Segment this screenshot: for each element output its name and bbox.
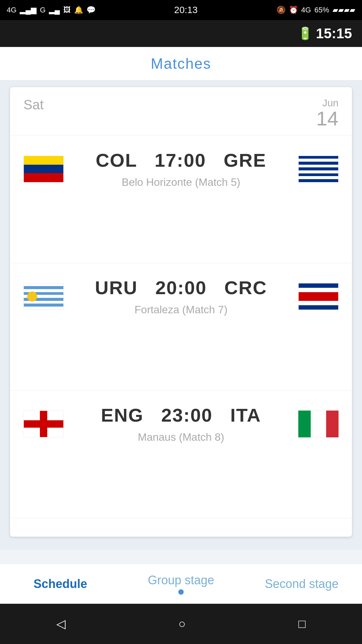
match-venue-2: Fortaleza (Match 7): [64, 304, 298, 316]
stripe: [24, 283, 63, 286]
team2-code-3: ITA: [230, 405, 261, 426]
alarm-icon: ⏰: [289, 6, 298, 14]
home-button[interactable]: ○: [178, 617, 186, 631]
status-bar: 4G ▂▄▆ G ▂▄ 🖼 🔔 💬 20:13 🔕 ⏰ 4G 65% ▰▰▰▰: [0, 0, 362, 20]
uruguay-sun: [27, 291, 37, 302]
nav-schedule-label: Schedule: [34, 577, 87, 591]
date-header: Sat Jun 14: [10, 87, 352, 136]
signal-bars-2: ▂▄: [49, 6, 60, 14]
signal-bars-1: ▂▄▆: [20, 6, 37, 14]
recents-button[interactable]: □: [298, 617, 306, 631]
england-cross-v: [40, 411, 47, 437]
notification-icon: 🔔: [74, 6, 83, 14]
stripe: [24, 301, 63, 304]
stripe: [24, 286, 63, 289]
match-main-3: ENG 23:00 ITA Manaus (Match 8): [23, 404, 339, 443]
network-4g: 4G: [301, 6, 311, 14]
stripe: [299, 162, 338, 165]
flag-greece: [298, 156, 339, 182]
match-venue-3: Manaus (Match 8): [64, 431, 298, 443]
match-info-3: ENG 23:00 ITA Manaus (Match 8): [64, 404, 298, 443]
bottom-nav: Schedule Group stage Second stage: [0, 564, 362, 604]
stripe: [299, 305, 338, 310]
stripe: [299, 167, 338, 170]
nav-group-stage-label: Group stage: [148, 573, 214, 587]
team2-code-2: CRC: [224, 277, 267, 298]
italy-green: [298, 411, 311, 437]
network-indicator-2: G: [40, 6, 46, 14]
greece-stripes: [299, 156, 338, 182]
status-right: 🔕 ⏰ 4G 65% ▰▰▰▰: [277, 6, 355, 14]
main-content: Sat Jun 14 COL 17:00 GRE: [0, 80, 362, 550]
stripe: [24, 304, 63, 307]
team1-code-2: URU: [95, 277, 137, 298]
match-teams-time-3: ENG 23:00 ITA: [64, 404, 298, 426]
stripe: [299, 176, 338, 179]
team2-code-1: GRE: [224, 150, 266, 171]
stripe: [24, 307, 63, 310]
mute-icon: 🔕: [277, 6, 286, 14]
day-label: Sat: [23, 97, 44, 112]
stripe: [299, 173, 338, 176]
network-indicator-1: 4G: [7, 6, 16, 14]
status-time: 20:13: [174, 5, 198, 15]
battery-percent: 65%: [314, 6, 329, 14]
nav-schedule[interactable]: Schedule: [0, 574, 121, 594]
stripe: [299, 292, 338, 301]
italy-white: [312, 411, 325, 437]
stripe: [299, 179, 338, 182]
match-info-1: COL 17:00 GRE Belo Horizonte (Match 5): [64, 149, 298, 189]
stripe: [299, 165, 338, 168]
match-time-2: 20:00: [155, 277, 206, 298]
app-header: Matches: [0, 47, 362, 80]
battery-icon-secondary: 🔋: [298, 26, 313, 41]
match-venue-1: Belo Horizonte (Match 5): [64, 176, 298, 189]
team1-code-1: COL: [96, 150, 137, 171]
match-row-1[interactable]: COL 17:00 GRE Belo Horizonte (Match 5): [10, 136, 352, 263]
secondary-time: 15:15: [316, 25, 352, 42]
match-main-1: COL 17:00 GRE Belo Horizonte (Match 5): [23, 149, 339, 189]
team1-code-3: ENG: [101, 405, 143, 426]
matches-card: Sat Jun 14 COL 17:00 GRE: [10, 87, 352, 537]
match-teams-time-1: COL 17:00 GRE: [64, 149, 298, 171]
match-info-2: URU 20:00 CRC Fortaleza (Match 7): [64, 277, 298, 316]
nav-active-dot: [178, 589, 184, 595]
italy-red: [326, 411, 339, 437]
back-button[interactable]: ◁: [56, 617, 66, 631]
stripe: [299, 283, 338, 288]
month-label: Jun: [316, 97, 339, 109]
nav-second-stage-label: Second stage: [265, 577, 339, 591]
nav-second-stage[interactable]: Second stage: [241, 574, 362, 594]
wechat-icon: 💬: [86, 6, 96, 14]
stripe: [299, 301, 338, 305]
match-row-3[interactable]: ENG 23:00 ITA Manaus (Match 8): [10, 391, 352, 518]
flag-uruguay: [23, 283, 64, 310]
flag-costa-rica: [298, 283, 339, 310]
gallery-icon: 🖼: [63, 6, 71, 14]
system-nav-bar: ◁ ○ □: [0, 604, 362, 644]
match-row-2[interactable]: URU 20:00 CRC Fortaleza (Match 7): [10, 263, 352, 391]
flag-england: [23, 411, 64, 437]
match-time-1: 17:00: [155, 150, 206, 171]
flag-italy: [298, 411, 339, 437]
flag-colombia: [23, 156, 64, 182]
battery-icon: ▰▰▰▰: [333, 6, 355, 14]
date-month-num: Jun 14: [316, 97, 339, 129]
match-main-2: URU 20:00 CRC Fortaleza (Match 7): [23, 277, 339, 316]
date-number: 14: [316, 109, 339, 129]
app-title: Matches: [151, 55, 211, 72]
status-left: 4G ▂▄▆ G ▂▄ 🖼 🔔 💬: [7, 6, 96, 14]
nav-group-stage[interactable]: Group stage: [121, 570, 241, 598]
match-time-3: 23:00: [161, 405, 213, 426]
stripe: [299, 159, 338, 162]
secondary-bar: 🔋 15:15: [0, 20, 362, 47]
stripe: [299, 156, 338, 159]
stripe: [299, 288, 338, 292]
stripe: [299, 170, 338, 173]
match-teams-time-2: URU 20:00 CRC: [64, 277, 298, 299]
